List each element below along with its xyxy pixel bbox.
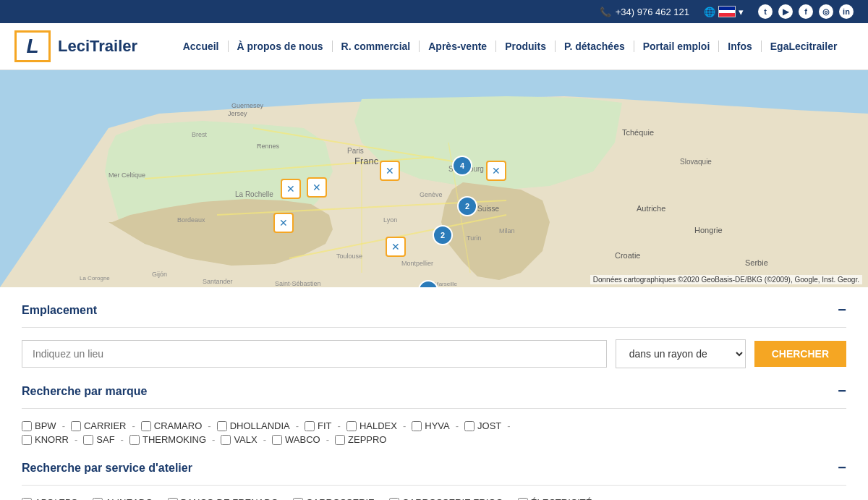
marque-thermoking-checkbox[interactable] [129,435,140,445]
separator-3: - [208,420,210,431]
nav-pdetachees[interactable]: P. détachées [556,41,634,52]
marque-saf-label[interactable]: SAF [96,434,114,445]
marque-knorr: KNORR [22,434,69,445]
service-carrosserie-frigo-checkbox[interactable] [389,498,399,501]
separator-11: - [212,434,215,445]
marque-wabco-checkbox[interactable] [272,435,282,445]
marque-cramaro-checkbox[interactable] [141,421,151,431]
marque-haldex-checkbox[interactable] [346,421,357,431]
marque-zeppro-checkbox[interactable] [335,435,345,445]
social-icons-group: t ▶ f ◎ in [758,4,854,19]
header-main: L LeciTrailer Accueil À propos de nous R… [0,23,868,70]
separator-s6: - [597,497,600,500]
svg-text:Guernesey: Guernesey [231,102,264,109]
marque-dhollandia-checkbox[interactable] [217,421,227,431]
svg-text:Paris: Paris [347,147,364,155]
map-marker-cluster-3[interactable]: 2 [433,225,453,245]
marque-fit-checkbox[interactable] [305,421,315,431]
map-marker-icon-1[interactable]: ✕ [281,179,301,199]
svg-text:La Rochelle: La Rochelle [235,190,273,198]
search-button[interactable]: CHERCHER [754,341,846,367]
marque-bpw-label[interactable]: BPW [35,420,56,431]
marque-bpw-checkbox[interactable] [22,421,32,431]
svg-text:Genève: Genève [420,191,443,198]
marque-wabco-label[interactable]: WABCO [285,434,320,445]
map-marker-icon-6[interactable]: ✕ [486,161,506,181]
service-abs-ebs-label[interactable]: ABS/ EBS [35,497,77,500]
marque-jost-label[interactable]: JOST [477,420,501,431]
marque-dhollandia: DHOLLANDIA [217,420,290,431]
marque-knorr-checkbox[interactable] [22,435,32,445]
nav-portail-emploi[interactable]: Portail emploi [634,41,720,52]
map-marker-cluster-1[interactable]: 4 [452,156,472,176]
svg-text:Slovaquie: Slovaquie [680,158,712,166]
marque-saf-checkbox[interactable] [83,435,93,445]
nav-egaleci[interactable]: EgaLecitrailer [762,41,846,52]
separator-7: - [456,420,459,431]
map-marker-icon-5[interactable]: ✕ [380,161,400,181]
map-marker-icon-2[interactable]: ✕ [307,177,327,198]
service-collapse-btn[interactable]: − [838,459,846,476]
marque-collapse-btn[interactable]: − [838,383,846,399]
map-marker-icon-4[interactable]: ✕ [386,237,406,257]
marque-thermoking-label[interactable]: THERMOKING [142,434,206,445]
service-carrosserie-label[interactable]: CARROSSERIE [306,497,375,500]
marque-valx-checkbox[interactable] [221,435,231,445]
linkedin-icon[interactable]: in [839,4,854,19]
nav-accueil[interactable]: Accueil [174,41,229,52]
svg-text:La Corogne: La Corogne [80,275,110,281]
marque-haldex-label[interactable]: HALDEX [359,420,397,431]
marque-cramaro-label[interactable]: CRAMARO [154,420,202,431]
marque-fit-label[interactable]: FIT [318,420,332,431]
nav-rcommercial[interactable]: R. commercial [333,41,420,52]
logo-box: L [14,30,51,62]
service-carrosserie-frigo-label[interactable]: CARROSSERIE FRIGO [402,497,503,500]
service-checkboxes-row1: ABS/ EBS - ALINEADO - BANCO DE FRENADO -… [22,497,846,500]
marque-cramaro: CRAMARO [141,420,202,431]
rayon-select[interactable]: dans un rayon de 10 km 25 km 50 km 100 k… [616,339,746,368]
service-abs-ebs-checkbox[interactable] [22,498,32,501]
service-banco-label[interactable]: BANCO DE FRENADO [181,497,278,500]
language-selector[interactable]: 🌐 ▾ [704,6,744,17]
marque-hyva-label[interactable]: HYVA [425,420,449,431]
map-marker-icon-3[interactable]: ✕ [273,213,294,233]
service-electricite-label[interactable]: ÉLECTRICITÉ [531,497,592,500]
logo[interactable]: L LeciTrailer [14,30,137,62]
emplacement-collapse-btn[interactable]: − [838,302,846,318]
marque-thermoking: THERMOKING [129,434,206,445]
marque-jost-checkbox[interactable] [464,421,475,431]
marque-zeppro-label[interactable]: ZEPPRO [348,434,386,445]
map[interactable]: Franc La Rochelle Bordeaux Toulouse Mont… [0,70,868,287]
map-marker-cluster-2[interactable]: 2 [457,196,477,216]
marque-carrier-checkbox[interactable] [71,421,81,431]
instagram-icon[interactable]: ◎ [819,4,833,19]
marque-hyva-checkbox[interactable] [412,421,422,431]
service-header: Recherche par service d'atelier − [22,459,846,486]
marque-knorr-label[interactable]: KNORR [35,434,69,445]
service-alineado-label[interactable]: ALINEADO [106,497,153,500]
marque-hyva: HYVA [412,420,449,431]
service-alineado-checkbox[interactable] [93,498,103,501]
location-row: dans un rayon de 10 km 25 km 50 km 100 k… [22,339,846,368]
service-abs-ebs: ABS/ EBS [22,497,77,500]
service-carrosserie-checkbox[interactable] [293,498,303,501]
svg-text:Franc: Franc [354,156,379,166]
globe-icon: 🌐 [704,7,715,17]
service-electricite-checkbox[interactable] [518,498,528,501]
service-banco-checkbox[interactable] [168,498,178,501]
youtube-icon[interactable]: ▶ [778,4,793,19]
nav-apropos[interactable]: À propos de nous [229,41,333,52]
logo-text: LeciTrailer [58,37,137,56]
twitter-icon[interactable]: t [758,4,773,19]
location-input[interactable] [22,340,607,368]
facebook-icon[interactable]: f [799,4,813,19]
marque-carrier-label[interactable]: CARRIER [84,420,127,431]
marque-valx-label[interactable]: VALX [234,434,257,445]
emplacement-title: Emplacement [22,304,97,317]
nav-infos[interactable]: Infos [719,41,761,52]
nav-produits[interactable]: Produits [496,41,556,52]
service-alineado: ALINEADO [93,497,153,500]
separator-4: - [296,420,299,431]
marque-dhollandia-label[interactable]: DHOLLANDIA [230,420,290,431]
nav-apres-vente[interactable]: Après-vente [420,41,496,52]
